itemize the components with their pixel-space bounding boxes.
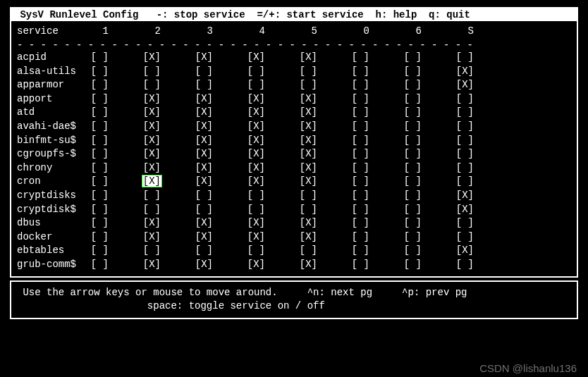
service-state-cell[interactable]: [ ] [456,51,508,65]
service-state-cell[interactable]: [ ] [91,244,143,258]
cursor[interactable]: [X] [142,175,162,187]
service-state-cell[interactable]: [X] [195,92,247,106]
service-row-docker[interactable]: docker [ ][X][X][X][X][ ][ ][ ] [17,230,571,245]
service-state-cell[interactable]: [ ] [300,244,352,258]
service-row-cron[interactable]: cron [ ][X][X][X][X][ ][ ][ ] [17,175,571,189]
service-state-cell[interactable]: [ ] [456,106,508,120]
service-state-cell[interactable]: [ ] [352,106,404,120]
service-state-cell[interactable]: [ ] [404,65,456,79]
service-row-cgroupfs-$[interactable]: cgroupfs-$ [ ][X][X][X][X][ ][ ][ ] [17,147,571,161]
service-state-cell[interactable]: [X] [247,51,300,65]
service-state-cell[interactable]: [X] [247,92,300,106]
service-row-dbus[interactable]: dbus [ ][X][X][X][X][ ][ ][ ] [17,216,571,230]
service-state-cell[interactable]: [X] [195,120,247,134]
service-state-cell[interactable]: [ ] [91,216,143,230]
service-state-cell[interactable]: [ ] [91,51,143,65]
service-state-cell[interactable]: [X] [300,92,352,106]
service-state-cell[interactable]: [X] [456,203,508,217]
service-state-cell[interactable]: [ ] [456,258,508,272]
service-state-cell[interactable]: [X] [300,258,352,272]
service-state-cell[interactable]: [ ] [456,230,508,245]
service-state-cell[interactable]: [ ] [404,175,456,189]
service-state-cell[interactable]: [X] [247,120,300,134]
service-row-acpid[interactable]: acpid [ ][X][X][X][X][ ][ ][ ] [17,51,571,65]
service-state-cell[interactable]: [X] [300,161,352,175]
service-state-cell[interactable]: [X] [143,92,195,106]
service-state-cell[interactable]: [ ] [247,189,300,203]
service-state-cell[interactable]: [ ] [91,65,143,79]
service-state-cell[interactable]: [ ] [404,216,456,230]
service-state-cell[interactable]: [ ] [247,244,300,258]
service-state-cell[interactable]: [X] [195,216,247,230]
service-state-cell[interactable]: [ ] [456,92,508,106]
service-state-cell[interactable]: [ ] [352,203,404,217]
service-state-cell[interactable]: [X] [300,106,352,120]
service-state-cell[interactable]: [ ] [352,147,404,161]
service-state-cell[interactable]: [ ] [91,175,143,189]
service-state-cell[interactable]: [ ] [352,78,404,92]
service-state-cell[interactable]: [ ] [195,244,247,258]
service-state-cell[interactable]: [ ] [195,189,247,203]
service-state-cell[interactable]: [ ] [195,65,247,79]
service-state-cell[interactable]: [X] [300,134,352,148]
service-state-cell[interactable]: [X] [300,120,352,134]
service-state-cell[interactable]: [X] [247,161,300,175]
service-state-cell[interactable]: [ ] [247,78,300,92]
service-state-cell[interactable]: [ ] [91,189,143,203]
service-state-cell[interactable]: [ ] [456,147,508,161]
service-state-cell[interactable]: [X] [300,51,352,65]
service-row-alsa-utils[interactable]: alsa-utils [ ][ ][ ][ ][ ][ ][ ][X] [17,65,571,79]
service-state-cell[interactable]: [ ] [352,120,404,134]
service-state-cell[interactable]: [ ] [404,51,456,65]
service-state-cell[interactable]: [ ] [91,134,143,148]
service-state-cell[interactable]: [X] [195,175,247,189]
service-state-cell[interactable]: [X] [143,134,195,148]
service-state-cell[interactable]: [ ] [195,203,247,217]
service-state-cell[interactable]: [ ] [352,51,404,65]
service-state-cell[interactable]: [ ] [352,258,404,272]
service-row-ebtables[interactable]: ebtables [ ][ ][ ][ ][ ][ ][ ][X] [17,244,571,258]
service-state-cell[interactable]: [X] [247,230,300,245]
service-state-cell[interactable]: [ ] [456,134,508,148]
service-state-cell[interactable]: [ ] [91,230,143,245]
service-state-cell[interactable]: [ ] [352,161,404,175]
service-state-cell[interactable]: [ ] [91,106,143,120]
service-state-cell[interactable]: [X] [456,65,508,79]
service-row-apport[interactable]: apport [ ][X][X][X][X][ ][ ][ ] [17,92,571,106]
service-state-cell[interactable]: [X] [143,106,195,120]
service-state-cell[interactable]: [X] [247,258,300,272]
service-state-cell[interactable]: [ ] [91,78,143,92]
service-state-cell[interactable]: [X] [456,78,508,92]
service-state-cell[interactable]: [X] [143,120,195,134]
service-state-cell[interactable]: [ ] [404,147,456,161]
service-state-cell[interactable]: [ ] [91,161,143,175]
service-row-atd[interactable]: atd [ ][X][X][X][X][ ][ ][ ] [17,106,571,120]
service-state-cell[interactable]: [X] [195,134,247,148]
service-state-cell[interactable]: [ ] [352,92,404,106]
service-state-cell[interactable]: [ ] [300,65,352,79]
service-state-cell[interactable]: [X] [247,147,300,161]
service-state-cell[interactable]: [X] [300,230,352,245]
service-state-cell[interactable]: [X] [456,189,508,203]
service-state-cell[interactable]: [X] [247,134,300,148]
service-state-cell[interactable]: [X] [195,147,247,161]
service-state-cell[interactable]: [X] [300,175,352,189]
service-state-cell[interactable]: [X] [143,51,195,65]
service-state-cell[interactable]: [ ] [404,244,456,258]
service-state-cell[interactable]: [ ] [404,258,456,272]
service-state-cell[interactable]: [ ] [352,189,404,203]
service-row-cryptdisk$[interactable]: cryptdisk$ [ ][ ][ ][ ][ ][ ][ ][X] [17,203,571,217]
service-state-cell[interactable]: [X] [143,258,195,272]
service-state-cell[interactable]: [X] [195,51,247,65]
service-row-avahi-dae$[interactable]: avahi-dae$ [ ][X][X][X][X][ ][ ][ ] [17,120,571,134]
service-state-cell[interactable]: [ ] [404,161,456,175]
service-state-cell[interactable]: [ ] [352,134,404,148]
service-state-cell[interactable]: [X] [247,106,300,120]
service-state-cell[interactable]: [ ] [91,203,143,217]
service-row-cryptdisks[interactable]: cryptdisks [ ][ ][ ][ ][ ][ ][ ][X] [17,189,571,203]
service-state-cell[interactable]: [ ] [300,189,352,203]
service-state-cell[interactable]: [ ] [91,92,143,106]
service-state-cell[interactable]: [ ] [352,244,404,258]
service-state-cell[interactable]: [X] [143,230,195,245]
service-state-cell[interactable]: [ ] [143,203,195,217]
